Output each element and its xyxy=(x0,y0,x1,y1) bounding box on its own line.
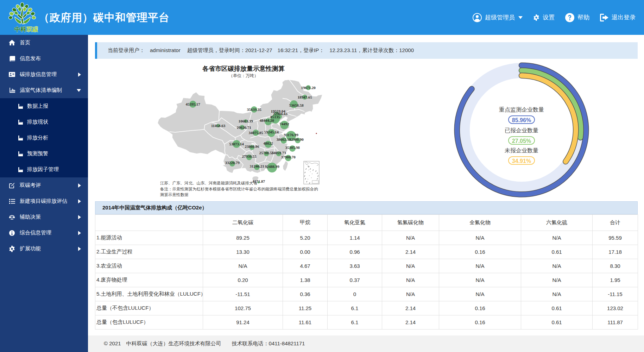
table-cell: -11.15 xyxy=(593,287,638,301)
table-cell: 0.61 xyxy=(521,301,593,315)
table-cell: 1.14 xyxy=(328,231,382,245)
caret-right-icon xyxy=(78,199,81,203)
map-bubble-value: 35639.35 xyxy=(247,107,261,112)
map-bubble-value: 24059.73 xyxy=(271,151,286,155)
settings-label: 设置 xyxy=(543,13,555,21)
table-cell: 2.14 xyxy=(382,315,439,329)
table-cell: 8.30 xyxy=(593,259,638,273)
sidebar-subitem-forecast-warning[interactable]: 预测预警 xyxy=(0,146,88,162)
factory-icon xyxy=(18,104,24,109)
table-cell: 0 xyxy=(328,287,382,301)
factory-icon xyxy=(18,151,24,156)
table-column-header xyxy=(95,215,203,231)
sidebar-subitem-label: 排放分析 xyxy=(27,134,48,141)
table-row-label: 3.农业活动 xyxy=(95,259,203,273)
user-menu[interactable]: 超级管理员 xyxy=(473,13,523,22)
settings-button[interactable]: 设置 xyxy=(533,13,555,21)
table-cell: N/A xyxy=(521,287,593,301)
enterprise-gauge-chart xyxy=(446,54,597,206)
logout-button[interactable]: 退出登录 xyxy=(600,13,636,21)
sidebar-subitem-emission-status[interactable]: 排放现状 xyxy=(0,114,88,130)
table-cell: 17.18 xyxy=(593,245,638,259)
map-bubble-value: 34075.85 xyxy=(248,131,263,135)
table-cell: 111.87 xyxy=(593,315,638,329)
table-cell: N/A xyxy=(521,231,593,245)
map-subtitle: （单位：万吨） xyxy=(229,73,258,78)
table-row-label: 总量（包含LULUCF） xyxy=(95,315,203,329)
map-bubble-value: 59245.14 xyxy=(264,130,279,134)
sidebar-subitem-label: 排放因子管理 xyxy=(27,166,59,173)
edit-icon xyxy=(9,183,15,188)
sidebar-item-label: 双碳考评 xyxy=(20,182,41,189)
sidebar-subitem-label: 排放现状 xyxy=(27,119,48,125)
table-cell: N/A xyxy=(203,259,283,273)
map-bubble-value: 35305.98 xyxy=(285,145,300,150)
table-title-bar: 2014年中国温室气体排放构成（亿吨CO2e） xyxy=(95,201,638,214)
table-cell: N/A xyxy=(521,273,593,287)
table-cell: N/A xyxy=(439,273,521,287)
map-note-2: 备注：示意性测算为红杉资本根据各省市区统计年鉴公布的能源终端消费总量加权拟合的 xyxy=(160,187,318,191)
map-bubble-value: 74492 xyxy=(279,122,289,126)
map-bubble-value: 10683.39 xyxy=(238,119,253,123)
sidebar-subitem-label: 预测预警 xyxy=(27,150,48,157)
map-bubble-value: 53658.58 xyxy=(289,103,304,107)
map-bubble-value: 33220.79 xyxy=(225,161,240,165)
caret-right-icon xyxy=(78,247,81,251)
map-bubble-value: 37980.70 xyxy=(281,155,296,159)
table-row-label: 2.工业生产过程 xyxy=(95,245,203,259)
home-icon xyxy=(9,40,15,46)
table-cell: 123.02 xyxy=(593,301,638,315)
map-red-dot xyxy=(316,133,317,134)
table-cell: -11.51 xyxy=(203,287,283,301)
sidebar-subitem-emission-analysis[interactable]: 排放分析 xyxy=(0,130,88,146)
map-bubble-value: 18947.65 xyxy=(297,95,312,99)
caret-down-icon xyxy=(77,89,81,92)
map-bubble-value: 31246.21 xyxy=(250,164,264,168)
table-cell: 4.67 xyxy=(283,259,328,273)
table-column-header: 二氧化碳 xyxy=(203,215,283,231)
question-icon xyxy=(565,13,574,22)
table-header-row: 二氧化碳甲烷氧化亚氮氢氟碳化物全氟化物六氟化硫合计 xyxy=(95,215,638,231)
sidebar-item-label: 综合信息管理 xyxy=(20,230,51,236)
map-bubble-value: 53073.14 xyxy=(229,142,244,146)
table-cell: 1.95 xyxy=(593,273,638,287)
sidebar-item-ghg-inventory[interactable]: 温室气体清单编制 xyxy=(0,82,88,98)
sidebar-item-label: 扩展功能 xyxy=(20,245,41,252)
svg-text:双碳: 双碳 xyxy=(26,26,38,33)
table-cell: 91.24 xyxy=(203,315,283,329)
sidebar-item-decision-support[interactable]: 辅助决策 xyxy=(0,209,88,225)
barchart-icon xyxy=(9,88,15,93)
sidebar-item-integrated-info[interactable]: 综合信息管理 xyxy=(0,225,88,241)
sidebar-item-new-project-assess[interactable]: 新建项目碳排放评估 xyxy=(0,193,88,209)
info-icon xyxy=(9,230,15,236)
help-button[interactable]: 帮助 xyxy=(565,13,589,22)
table-cell: 6.1 xyxy=(328,301,382,315)
table-cell: 0.61 xyxy=(521,315,593,329)
sidebar-item-carbon-emission-info[interactable]: 碳排放信息管理 xyxy=(0,67,88,82)
table-cell: N/A xyxy=(439,259,521,273)
table-cell: 0.00 xyxy=(283,245,328,259)
page-footer: © 2021 中科双碳（大连）生态环境技术有限公司 技术联系电话：0411-84… xyxy=(88,335,644,352)
book-icon xyxy=(9,56,15,62)
gear-icon xyxy=(533,14,539,21)
table-column-header: 合计 xyxy=(593,215,638,231)
sidebar-subitem-data-report[interactable]: 数据上报 xyxy=(0,98,88,114)
factory-icon xyxy=(18,167,24,172)
table-cell: N/A xyxy=(382,231,439,245)
map-bubble-value: 48444.20 xyxy=(259,118,274,122)
table-cell: 0.16 xyxy=(439,315,521,329)
table-cell: 2.14 xyxy=(382,301,439,315)
table-cell: 0.36 xyxy=(283,287,328,301)
table-cell: N/A xyxy=(382,259,439,273)
sidebar-item-info-publish[interactable]: 信息发布 xyxy=(0,51,88,67)
sidebar-item-home[interactable]: 首页 xyxy=(0,35,88,51)
sidebar-item-dual-carbon-review[interactable]: 双碳考评 xyxy=(0,177,88,193)
list-icon xyxy=(9,199,15,204)
table-cell: 11.61 xyxy=(283,315,328,329)
logout-icon xyxy=(600,14,608,21)
map-bubble-value: 20626.71 xyxy=(236,125,251,130)
map-bubble-value: 19671.20 xyxy=(301,86,316,90)
map-note-1: 江苏、广东、河北、山东、河南是能源消耗及碳排大省 xyxy=(160,181,258,185)
sidebar-subitem-emission-factor[interactable]: 排放因子管理 xyxy=(0,162,88,177)
sidebar-item-extensions[interactable]: 扩展功能 xyxy=(0,241,88,257)
